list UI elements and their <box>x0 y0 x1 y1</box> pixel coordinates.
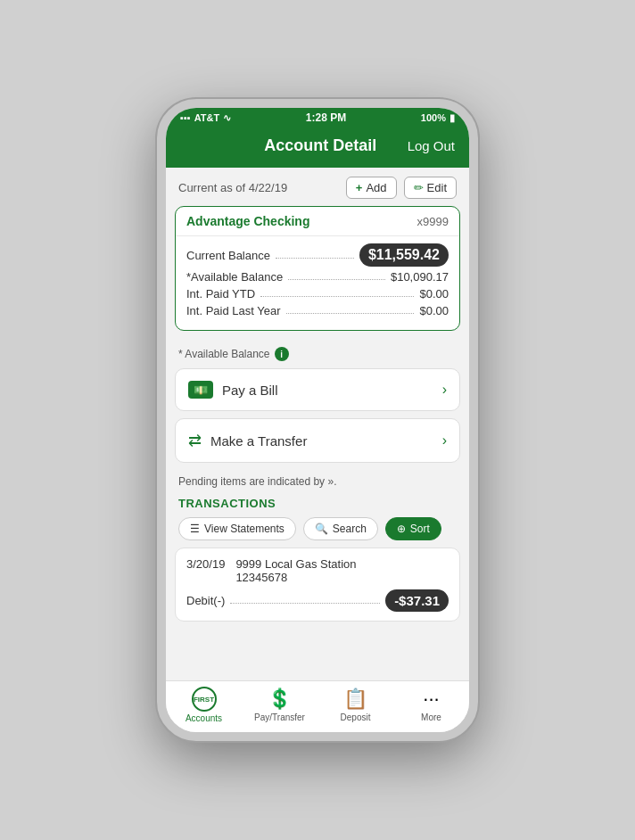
app-header: Account Detail Log Out <box>166 128 469 168</box>
status-right: 100% ▮ <box>421 112 455 124</box>
nav-more[interactable]: ··· More <box>405 688 458 722</box>
search-icon: 🔍 <box>315 523 328 535</box>
current-balance-label: Current Balance <box>186 249 270 262</box>
sort-button[interactable]: ⊕ Sort <box>385 517 441 540</box>
trans-date: 3/20/19 <box>186 557 225 584</box>
edit-icon: ✏ <box>414 181 424 194</box>
pending-note-text: Pending items are indicated by <box>178 475 325 488</box>
pay-bill-icon: 💵 <box>188 381 213 399</box>
bottom-nav: FIRST Accounts 💲 Pay/Transfer 📋 Deposit … <box>166 680 469 732</box>
more-icon: ··· <box>423 688 439 711</box>
view-statements-label: View Statements <box>204 523 285 535</box>
transactions-header: TRANSACTIONS ☰ View Statements 🔍 Search … <box>166 491 469 548</box>
transactions-title: TRANSACTIONS <box>178 497 457 510</box>
nav-accounts[interactable]: FIRST Accounts <box>177 687 231 723</box>
balance-dots-2 <box>288 279 385 280</box>
pay-transfer-icon: 💲 <box>268 688 292 711</box>
int-paid-last-year-value: $0.00 <box>419 304 449 317</box>
account-number: x9999 <box>417 215 449 228</box>
edit-label: Edit <box>427 181 447 194</box>
plus-icon: + <box>356 181 363 194</box>
current-balance-value: $11,559.42 <box>359 243 449 267</box>
add-label: Add <box>366 181 386 194</box>
int-paid-last-year-row: Int. Paid Last Year $0.00 <box>186 304 449 317</box>
pay-bill-label: Pay a Bill <box>222 383 278 398</box>
nav-accounts-label: Accounts <box>186 713 222 723</box>
trans-date-desc: 3/20/19 9999 Local Gas Station12345678 <box>186 557 449 584</box>
make-transfer-label: Make a Transfer <box>210 433 307 449</box>
transfer-icon: ⇄ <box>188 431 202 450</box>
balance-dots-3 <box>260 296 414 297</box>
sort-icon: ⊕ <box>397 523 406 535</box>
nav-deposit-label: Deposit <box>341 712 371 722</box>
signal-bars: ▪▪▪ <box>180 112 191 123</box>
deposit-icon: 📋 <box>343 688 367 711</box>
int-paid-ytd-row: Int. Paid YTD $0.00 <box>186 287 449 301</box>
first-logo-icon: FIRST <box>192 687 217 712</box>
pay-bill-button[interactable]: 💵 Pay a Bill › <box>175 368 460 411</box>
info-icon[interactable]: i <box>275 347 289 361</box>
statements-icon: ☰ <box>190 523 200 535</box>
account-name: Advantage Checking <box>186 214 309 228</box>
trans-amount-row: Debit(-) -$37.31 <box>186 589 449 612</box>
search-label: Search <box>333 523 367 535</box>
nav-pay-transfer[interactable]: 💲 Pay/Transfer <box>253 688 307 722</box>
available-note-text: * Available Balance <box>178 348 270 360</box>
int-paid-ytd-label: Int. Paid YTD <box>186 287 255 301</box>
battery-label: 100% <box>421 112 446 123</box>
account-card: Advantage Checking x9999 Current Balance… <box>175 206 460 331</box>
sort-label: Sort <box>410 523 430 535</box>
logout-button[interactable]: Log Out <box>408 138 455 153</box>
available-balance-label: *Available Balance <box>186 270 283 284</box>
transaction-item: 3/20/19 9999 Local Gas Station12345678 D… <box>175 548 460 622</box>
current-as-of-row: Current as of 4/22/19 + Add ✏ Edit <box>166 168 469 206</box>
carrier-label: AT&T <box>194 112 220 123</box>
available-balance-value: $10,090.17 <box>391 270 449 284</box>
time-display: 1:28 PM <box>306 111 346 124</box>
action-buttons-group: + Add ✏ Edit <box>346 177 457 199</box>
int-paid-ytd-value: $0.00 <box>419 287 449 301</box>
trans-dots <box>230 603 380 604</box>
page-title: Account Detail <box>264 136 376 155</box>
trans-amount: -$37.31 <box>385 589 449 612</box>
make-transfer-left: ⇄ Make a Transfer <box>188 431 307 450</box>
balance-section: Current Balance $11,559.42 *Available Ba… <box>176 236 459 330</box>
available-balance-note: * Available Balance i <box>166 340 469 368</box>
phone-shell: ▪▪▪ AT&T ∿ 1:28 PM 100% ▮ Account Detail… <box>157 99 478 741</box>
wifi-icon: ∿ <box>223 112 231 124</box>
nav-pay-transfer-label: Pay/Transfer <box>254 712 305 722</box>
status-bar: ▪▪▪ AT&T ∿ 1:28 PM 100% ▮ <box>166 108 469 128</box>
add-button[interactable]: + Add <box>346 177 397 199</box>
pending-chevrons-icon: ». <box>327 475 336 488</box>
make-transfer-chevron: › <box>442 432 447 449</box>
pay-bill-chevron: › <box>442 382 447 398</box>
current-as-of-text: Current as of 4/22/19 <box>178 181 287 194</box>
search-button[interactable]: 🔍 Search <box>303 517 378 540</box>
trans-type: Debit(-) <box>186 594 225 607</box>
pay-bill-left: 💵 Pay a Bill <box>188 381 278 399</box>
account-card-header: Advantage Checking x9999 <box>176 207 459 236</box>
main-content: Current as of 4/22/19 + Add ✏ Edit Advan… <box>166 168 469 680</box>
nav-more-label: More <box>421 712 441 722</box>
trans-description: 9999 Local Gas Station12345678 <box>235 557 356 584</box>
current-balance-row: Current Balance $11,559.42 <box>186 243 449 267</box>
view-statements-button[interactable]: ☰ View Statements <box>178 517 296 540</box>
pending-note: Pending items are indicated by ». <box>166 470 469 491</box>
make-transfer-button[interactable]: ⇄ Make a Transfer › <box>175 418 460 463</box>
status-left: ▪▪▪ AT&T ∿ <box>180 112 231 124</box>
int-paid-last-year-label: Int. Paid Last Year <box>186 304 281 317</box>
nav-deposit[interactable]: 📋 Deposit <box>329 688 383 722</box>
transactions-toolbar: ☰ View Statements 🔍 Search ⊕ Sort <box>178 517 457 540</box>
balance-dots-1 <box>276 258 354 259</box>
available-balance-row: *Available Balance $10,090.17 <box>186 270 449 284</box>
battery-icon: ▮ <box>449 112 455 124</box>
balance-dots-4 <box>286 313 415 314</box>
edit-button[interactable]: ✏ Edit <box>404 177 457 199</box>
